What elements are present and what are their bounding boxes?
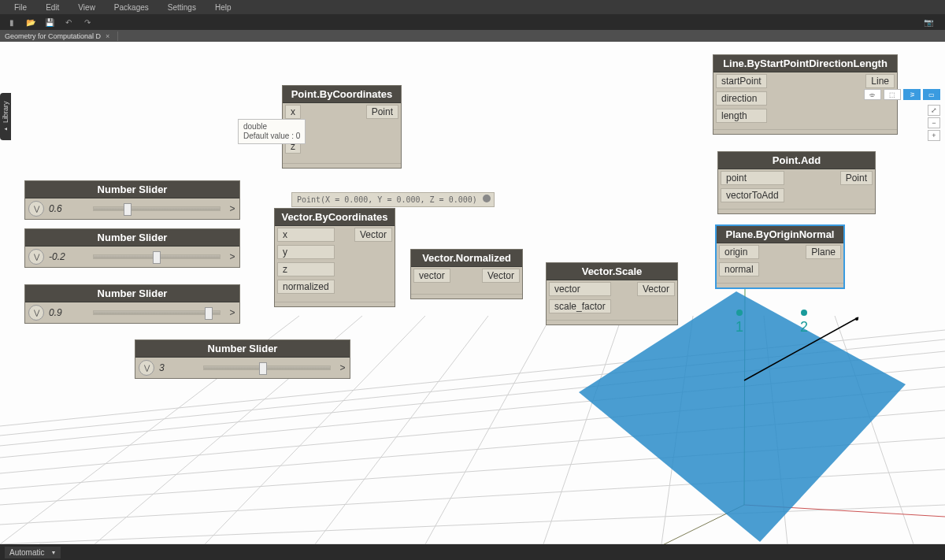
output-port-point[interactable]: Point	[366, 105, 398, 119]
input-port-length[interactable]: length	[716, 109, 767, 123]
menu-file[interactable]: File	[5, 3, 36, 12]
node-output-preview: Point(X = 0.000, Y = 0.000, Z = 0.000)	[291, 192, 495, 207]
document-tab-title: Geometry for Computational D	[5, 32, 101, 40]
slider-track[interactable]	[93, 310, 220, 315]
chevron-down-icon: ▼	[50, 550, 56, 555]
undo-icon[interactable]: ↶	[61, 17, 76, 28]
pin-preview-icon[interactable]	[483, 195, 491, 202]
menu-help[interactable]: Help	[206, 3, 241, 12]
input-port-origin[interactable]: origin	[719, 245, 759, 259]
menu-view[interactable]: View	[69, 3, 105, 12]
slider-track[interactable]	[203, 365, 331, 370]
canvas[interactable]: ⌯ ⬚ ⚞ ▭ ⤢ − + Library Number Slider ⋁ 0.…	[0, 42, 945, 544]
output-port-line[interactable]: Line	[865, 74, 895, 88]
save-icon[interactable]: 💾	[43, 17, 57, 28]
svg-line-3	[0, 469, 945, 525]
node-point-add[interactable]: Point.Add point vectorToAdd Point	[717, 151, 876, 214]
menu-packages[interactable]: Packages	[105, 3, 158, 12]
document-tab[interactable]: Geometry for Computational D ×	[0, 32, 118, 41]
input-port-point[interactable]: point	[721, 171, 784, 185]
view-geom-icon[interactable]: ▭	[923, 89, 940, 100]
node-header: Plane.ByOriginNormal	[717, 226, 843, 243]
node-number-slider-1[interactable]: Number Slider ⋁ 0.6 >	[24, 180, 240, 220]
input-port-start-point[interactable]: startPoint	[716, 74, 767, 88]
menu-settings[interactable]: Settings	[158, 3, 206, 12]
node-header: Number Slider	[135, 340, 350, 358]
output-port-point[interactable]: Point	[840, 171, 873, 185]
view-controls: ⌯ ⬚ ⚞ ▭	[864, 89, 940, 100]
svg-line-16	[662, 316, 693, 544]
slider-track[interactable]	[93, 254, 220, 259]
output-port-vector[interactable]: Vector	[637, 282, 675, 296]
node-number-slider-3[interactable]: Number Slider ⋁ 0.9 >	[24, 284, 240, 324]
port-tooltip: double Default value : 0	[238, 119, 306, 144]
view-navigation-icon[interactable]: ⚞	[903, 89, 921, 100]
run-mode-label: Automatic	[9, 548, 44, 557]
view-3d-icon[interactable]: ⌯	[864, 89, 881, 100]
node-vector-normalized[interactable]: Vector.Normalized vector Vector	[410, 249, 523, 299]
toolbar: ▮ 📂 💾 ↶ ↷ 📷	[0, 14, 945, 30]
wires-layer	[0, 42, 236, 160]
bottom-bar: Automatic ▼	[0, 544, 945, 560]
node-footer	[717, 283, 843, 287]
svg-line-17	[764, 316, 788, 544]
redo-icon[interactable]: ↷	[80, 17, 94, 28]
slider-expand-toggle[interactable]: ⋁	[28, 305, 44, 321]
input-port-vector[interactable]: vector	[549, 282, 611, 296]
node-header: Number Slider	[25, 229, 239, 247]
node-header: Vector.Scale	[547, 263, 677, 280]
svg-line-15	[543, 316, 622, 544]
input-port-direction[interactable]: direction	[716, 91, 767, 106]
annotation-lines	[0, 42, 236, 160]
svg-line-0	[0, 387, 945, 473]
open-icon[interactable]: 📂	[24, 17, 38, 28]
output-port-plane[interactable]: Plane	[806, 245, 841, 259]
view-graph-icon[interactable]: ⬚	[884, 89, 901, 100]
new-file-icon[interactable]: ▮	[5, 17, 19, 28]
output-port-vector[interactable]: Vector	[354, 228, 392, 242]
run-mode-dropdown[interactable]: Automatic ▼	[5, 547, 61, 558]
node-footer	[275, 302, 395, 306]
zoom-fit-icon[interactable]: ⤢	[928, 105, 940, 116]
input-port-vector[interactable]: vector	[413, 269, 450, 283]
input-port-y[interactable]: y	[277, 245, 335, 259]
node-plane-by-origin-normal[interactable]: Plane.ByOriginNormal origin normal Plane	[715, 224, 845, 289]
svg-line-18	[835, 316, 914, 544]
zoom-in-icon[interactable]: +	[928, 130, 940, 141]
input-port-x[interactable]: x	[277, 228, 335, 242]
node-vector-scale[interactable]: Vector.Scale vector scale_factor Vector	[546, 262, 678, 325]
node-number-slider-2[interactable]: Number Slider ⋁ -0.2 >	[24, 228, 240, 268]
annotation-2: 2	[800, 310, 808, 336]
input-port-x[interactable]: x	[285, 105, 301, 119]
node-footer	[713, 129, 897, 134]
node-vector-by-coordinates[interactable]: Vector.ByCoordinates x y z normalized Ve…	[274, 208, 395, 307]
library-panel-tab[interactable]: Library	[0, 93, 11, 140]
slider-output-port[interactable]: >	[225, 251, 239, 262]
slider-expand-toggle[interactable]: ⋁	[28, 201, 44, 217]
svg-line-14	[425, 316, 551, 544]
tab-strip: Geometry for Computational D ×	[0, 30, 945, 42]
slider-expand-toggle[interactable]: ⋁	[28, 249, 44, 265]
zoom-controls: ⤢ − +	[928, 105, 940, 141]
slider-output-port[interactable]: >	[335, 362, 350, 373]
annotation-1: 1	[736, 310, 743, 336]
screenshot-icon[interactable]: 📷	[921, 17, 936, 28]
menu-edit[interactable]: Edit	[36, 3, 69, 12]
slider-output-port[interactable]: >	[225, 307, 239, 318]
slider-output-port[interactable]: >	[225, 203, 239, 214]
input-port-vector-to-add[interactable]: vectorToAdd	[721, 188, 784, 202]
input-port-z[interactable]: z	[277, 262, 335, 276]
output-port-vector[interactable]: Vector	[482, 269, 520, 283]
zoom-out-icon[interactable]: −	[928, 117, 940, 128]
input-port-normalized[interactable]: normalized	[277, 280, 335, 294]
close-tab-icon[interactable]: ×	[106, 32, 109, 40]
slider-track[interactable]	[93, 206, 220, 211]
node-number-slider-4[interactable]: Number Slider ⋁ 3 >	[135, 339, 350, 379]
input-port-scale-factor[interactable]: scale_factor	[549, 299, 611, 313]
svg-line-19	[744, 505, 945, 517]
slider-expand-toggle[interactable]: ⋁	[139, 360, 154, 376]
input-port-normal[interactable]: normal	[719, 262, 759, 276]
slider-value: -0.2	[47, 251, 88, 262]
menu-bar: File Edit View Packages Settings Help	[0, 0, 945, 14]
svg-line-20	[472, 505, 744, 544]
